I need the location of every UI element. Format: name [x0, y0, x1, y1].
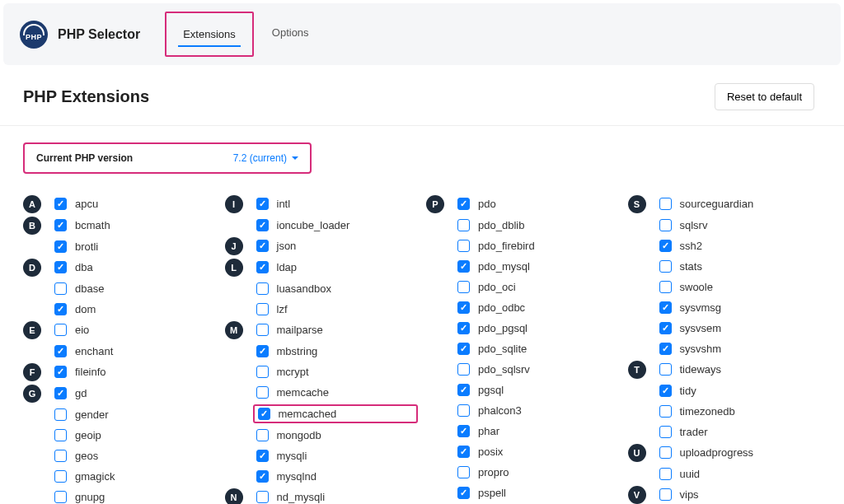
extension-uuid[interactable]: uuid — [659, 465, 822, 483]
extension-stats[interactable]: stats — [659, 258, 822, 275]
checkbox-pdo_odbc[interactable] — [457, 301, 470, 314]
checkbox-mcrypt[interactable] — [256, 366, 269, 378]
extension-tideways[interactable]: tideways — [659, 361, 822, 378]
checkbox-eio[interactable] — [54, 324, 67, 336]
extension-pdo_firebird[interactable]: pdo_firebird — [457, 237, 620, 254]
extension-mongodb[interactable]: mongodb — [256, 427, 419, 444]
extension-sysvmsg[interactable]: sysvmsg — [659, 299, 822, 316]
checkbox-pgsql[interactable] — [457, 384, 470, 396]
extension-uploadprogress[interactable]: uploadprogress — [659, 444, 822, 461]
checkbox-pspell[interactable] — [457, 487, 470, 499]
checkbox-tideways[interactable] — [659, 363, 672, 376]
extension-geoip[interactable]: geoip — [54, 427, 217, 444]
extension-pdo_oci[interactable]: pdo_oci — [457, 278, 620, 296]
checkbox-ldap[interactable] — [256, 261, 269, 273]
extension-memcache[interactable]: memcache — [256, 384, 419, 401]
checkbox-phalcon3[interactable] — [457, 404, 470, 417]
extension-apcu[interactable]: apcu — [54, 195, 217, 212]
checkbox-lzf[interactable] — [256, 303, 269, 315]
checkbox-pdo_mysql[interactable] — [457, 260, 470, 273]
checkbox-posix[interactable] — [457, 446, 470, 458]
extension-dbase[interactable]: dbase — [54, 280, 217, 297]
version-value[interactable]: 7.2 (current) — [233, 152, 298, 164]
checkbox-geoip[interactable] — [54, 429, 67, 441]
checkbox-gmagick[interactable] — [54, 470, 67, 483]
checkbox-vips[interactable] — [659, 488, 672, 501]
extension-trader[interactable]: trader — [659, 423, 822, 441]
extension-memcached[interactable]: memcached — [253, 404, 419, 423]
checkbox-gender[interactable] — [54, 408, 67, 421]
extension-vips[interactable]: vips — [659, 486, 822, 503]
extension-mbstring[interactable]: mbstring — [256, 343, 419, 360]
php-version-selector[interactable]: Current PHP version 7.2 (current) — [23, 142, 312, 174]
extension-mysqli[interactable]: mysqli — [256, 447, 419, 464]
reset-to-default-button[interactable]: Reset to default — [715, 83, 814, 110]
extension-mailparse[interactable]: mailparse — [256, 321, 419, 338]
checkbox-gnupg[interactable] — [54, 491, 67, 503]
checkbox-sqlsrv[interactable] — [659, 219, 672, 231]
extension-ssh2[interactable]: ssh2 — [659, 237, 822, 254]
extension-sqlsrv[interactable]: sqlsrv — [659, 217, 822, 234]
extension-timezonedb[interactable]: timezonedb — [659, 403, 822, 420]
checkbox-swoole[interactable] — [659, 281, 672, 293]
checkbox-luasandbox[interactable] — [256, 282, 269, 295]
extension-sysvshm[interactable]: sysvshm — [659, 340, 822, 357]
checkbox-apcu[interactable] — [54, 198, 67, 210]
extension-pgsql[interactable]: pgsql — [457, 381, 620, 399]
extension-geos[interactable]: geos — [54, 447, 217, 464]
checkbox-mailparse[interactable] — [256, 324, 269, 336]
extension-pdo_pgsql[interactable]: pdo_pgsql — [457, 320, 620, 337]
checkbox-sourceguardian[interactable] — [659, 198, 672, 210]
extension-phar[interactable]: phar — [457, 422, 620, 440]
checkbox-geos[interactable] — [54, 450, 67, 462]
checkbox-stats[interactable] — [659, 260, 672, 273]
checkbox-pdo[interactable] — [457, 198, 470, 210]
checkbox-pdo_oci[interactable] — [457, 281, 470, 293]
extension-posix[interactable]: posix — [457, 443, 620, 460]
checkbox-memcache[interactable] — [256, 386, 269, 399]
checkbox-mongodb[interactable] — [256, 429, 269, 441]
checkbox-dbase[interactable] — [54, 282, 67, 295]
extension-swoole[interactable]: swoole — [659, 278, 822, 296]
checkbox-brotli[interactable] — [54, 240, 67, 253]
checkbox-nd_mysqli[interactable] — [256, 491, 269, 503]
checkbox-mysqli[interactable] — [256, 450, 269, 462]
extension-nd_mysqli[interactable]: nd_mysqli — [256, 488, 419, 504]
extension-luasandbox[interactable]: luasandbox — [256, 280, 419, 297]
extension-pdo_mysql[interactable]: pdo_mysql — [457, 258, 620, 275]
extension-enchant[interactable]: enchant — [54, 343, 217, 360]
checkbox-sysvsem[interactable] — [659, 322, 672, 334]
checkbox-mysqlnd[interactable] — [256, 470, 269, 483]
extension-propro[interactable]: propro — [457, 464, 620, 481]
checkbox-propro[interactable] — [457, 466, 470, 478]
tab-options[interactable]: Options — [256, 12, 326, 57]
extension-dba[interactable]: dba — [54, 259, 217, 276]
extension-mysqlnd[interactable]: mysqlnd — [256, 468, 419, 485]
extension-gender[interactable]: gender — [54, 406, 217, 423]
extension-pdo_sqlsrv[interactable]: pdo_sqlsrv — [457, 361, 620, 378]
checkbox-dba[interactable] — [54, 261, 67, 273]
extension-lzf[interactable]: lzf — [256, 301, 419, 318]
checkbox-pdo_pgsql[interactable] — [457, 322, 470, 334]
extension-sysvsem[interactable]: sysvsem — [659, 320, 822, 337]
checkbox-enchant[interactable] — [54, 345, 67, 357]
extension-mcrypt[interactable]: mcrypt — [256, 363, 419, 380]
extension-tidy[interactable]: tidy — [659, 382, 822, 399]
extension-gnupg[interactable]: gnupg — [54, 488, 217, 504]
extension-pdo[interactable]: pdo — [457, 195, 620, 212]
checkbox-timezonedb[interactable] — [659, 405, 672, 418]
checkbox-ssh2[interactable] — [659, 240, 672, 252]
extension-ioncube_loader[interactable]: ioncube_loader — [256, 217, 419, 234]
extension-pdo_odbc[interactable]: pdo_odbc — [457, 299, 620, 316]
checkbox-pdo_sqlite[interactable] — [457, 343, 470, 355]
extension-pspell[interactable]: pspell — [457, 484, 620, 502]
checkbox-trader[interactable] — [659, 426, 672, 438]
checkbox-phar[interactable] — [457, 425, 470, 437]
extension-json[interactable]: json — [256, 237, 419, 254]
checkbox-dom[interactable] — [54, 303, 67, 315]
extension-dom[interactable]: dom — [54, 301, 217, 318]
extension-brotli[interactable]: brotli — [54, 238, 217, 255]
extension-pdo_sqlite[interactable]: pdo_sqlite — [457, 340, 620, 357]
extension-sourceguardian[interactable]: sourceguardian — [659, 195, 822, 212]
extension-phalcon3[interactable]: phalcon3 — [457, 402, 620, 419]
